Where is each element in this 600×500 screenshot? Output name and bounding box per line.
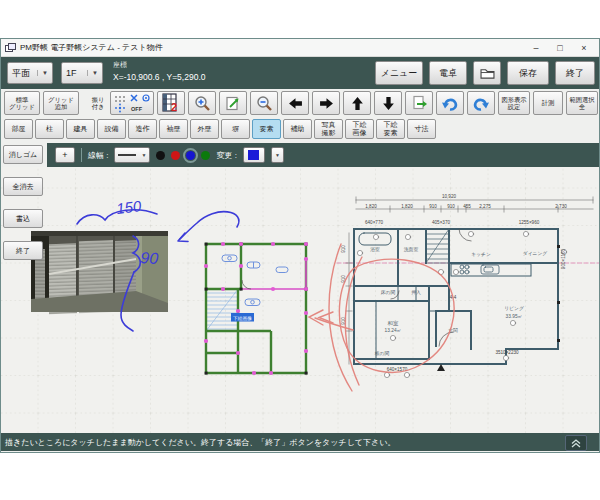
add-grid-button[interactable]: グリッド 追加: [43, 91, 79, 115]
plan-dim: 1,820: [401, 204, 413, 209]
drawing-canvas[interactable]: 10,920 1,820 1,820 910 910 455 2,275 2,7…: [1, 167, 599, 433]
room-label: 床の間: [381, 289, 396, 295]
eraser-button[interactable]: 消しゴム: [3, 145, 43, 164]
tab-element[interactable]: 要素: [252, 119, 281, 139]
pan-button[interactable]: [219, 91, 247, 115]
calculator-button[interactable]: 電卓: [429, 61, 467, 85]
plan-dim: 2,275: [479, 204, 491, 209]
tab-fittings[interactable]: 建具: [66, 119, 95, 139]
measure-button[interactable]: 計測: [533, 91, 563, 115]
plan-dim: 910: [429, 204, 437, 209]
zoom-out-button[interactable]: [250, 91, 278, 115]
photo-annotation[interactable]: [31, 231, 168, 314]
move-right-button[interactable]: [312, 91, 340, 115]
pen-sidebar: 消しゴム 全消去 書込 終了: [3, 145, 43, 260]
underlay-tag-label: 下絵画像: [233, 316, 252, 321]
tab-exterior-wall[interactable]: 外壁: [190, 119, 219, 139]
undo-button[interactable]: [436, 91, 464, 115]
snap-toggle-button[interactable]: OFF: [110, 91, 154, 115]
coordinate-value: X=-10,900.6 , Y=5,290.0: [113, 72, 205, 82]
write-button[interactable]: 書込: [3, 209, 43, 228]
chevron-down-icon: ▼: [142, 152, 147, 158]
tab-pillar[interactable]: 柱: [35, 119, 64, 139]
plan-dim: 900×1160: [561, 248, 566, 269]
separator: [81, 148, 82, 162]
color-dot-green[interactable]: [201, 151, 210, 160]
move-down-button[interactable]: [374, 91, 402, 115]
color-dot-red[interactable]: [171, 151, 180, 160]
quit-button[interactable]: 終了: [555, 61, 595, 85]
right-arrow-icon: [319, 96, 334, 111]
plan-dim: 1,820: [365, 204, 377, 209]
status-bar: 描きたいところにタッチしたまま動かしてください。終了する場合、「終了」ボタンをタ…: [1, 433, 599, 451]
tab-dimension[interactable]: 寸法: [407, 119, 436, 139]
magnifier-plus-icon: [194, 95, 211, 112]
window-dim: 405×370: [432, 220, 450, 225]
menu-button[interactable]: メニュー: [375, 61, 423, 85]
category-tabs: 部屋 柱 建具 設備 造作 袖壁 外壁 塀 要素 補助 写真 撮影 下絵 画像 …: [1, 117, 599, 143]
zoom-in-button[interactable]: [188, 91, 216, 115]
app-icon: [5, 43, 16, 53]
tab-room[interactable]: 部屋: [4, 119, 33, 139]
plan-dim: 455: [463, 204, 471, 209]
swatch-dropdown-button[interactable]: ▼: [271, 147, 284, 163]
color-dot-black[interactable]: [156, 151, 165, 160]
up-arrow-icon: [350, 96, 365, 111]
move-up-button[interactable]: [343, 91, 371, 115]
tab-equipment[interactable]: 設備: [97, 119, 126, 139]
tab-auxiliary[interactable]: 補助: [283, 119, 312, 139]
shape-display-button[interactable]: 図形表示 設定: [498, 91, 530, 115]
cross-snap-icon: [131, 95, 137, 101]
color-dot-blue[interactable]: [186, 151, 195, 160]
point-snap-icon: [115, 104, 125, 113]
magnifier-minus-icon: [256, 95, 273, 112]
clear-all-button[interactable]: 全消去: [3, 177, 43, 196]
folder-icon: [480, 67, 495, 79]
tab-fence[interactable]: 塀: [221, 119, 250, 139]
undo-icon: [441, 95, 459, 112]
move-left-button[interactable]: [281, 91, 309, 115]
paste-button[interactable]: [405, 91, 433, 115]
grid-scale-button[interactable]: 2: [157, 91, 185, 115]
room-label: 板の間: [375, 351, 390, 356]
finish-button[interactable]: 終了: [3, 241, 43, 260]
room-label: ダイニング: [523, 251, 548, 256]
add-button[interactable]: +: [55, 147, 75, 163]
close-button[interactable]: ×: [573, 41, 595, 55]
redo-button[interactable]: [467, 91, 495, 115]
collapse-button[interactable]: [565, 435, 587, 451]
tab-underlay-element[interactable]: 下絵 要素: [376, 119, 405, 139]
grid-dots-icon: [115, 96, 125, 102]
tab-fixture[interactable]: 造作: [128, 119, 157, 139]
plan-dim: 2,730: [555, 204, 567, 209]
folder-button[interactable]: [473, 61, 501, 85]
room-label: 洗面室: [404, 246, 419, 253]
color-swatch: [248, 150, 259, 160]
color-swatch-select[interactable]: [243, 147, 265, 163]
line-sample-icon: [118, 153, 136, 157]
tab-underlay-image[interactable]: 下絵 画像: [345, 119, 374, 139]
change-label: 変更 :: [216, 150, 236, 161]
tab-wing-wall[interactable]: 袖壁: [159, 119, 188, 139]
maximize-button[interactable]: □: [549, 41, 571, 55]
linewidth-label: 線幅 :: [88, 150, 108, 161]
draw-options-bar: + 線幅 : ▼ 変更 : ▼: [1, 143, 599, 167]
room-label: キッチン: [471, 252, 491, 257]
standard-grid-button[interactable]: 標準 グリッド: [4, 91, 40, 115]
floor-select[interactable]: 1F▼: [61, 62, 103, 84]
plan-dim: 910: [447, 204, 455, 209]
linewidth-select[interactable]: ▼: [114, 147, 150, 163]
document-arrow-icon: [411, 95, 428, 112]
screen: PM野帳 電子野帳システム - テスト物件 – □ × 平面▼ 1F▼ 座標 X…: [0, 0, 600, 500]
view-select[interactable]: 平面▼: [7, 62, 53, 84]
app-window: PM野帳 電子野帳システム - テスト物件 – □ × 平面▼ 1F▼ 座標 X…: [0, 38, 600, 453]
canvas-graphics: 10,920 1,820 1,820 910 910 455 2,275 2,7…: [1, 167, 599, 433]
grid-scale-badge: 2: [171, 101, 177, 113]
left-arrow-icon: [288, 96, 303, 111]
save-button[interactable]: 保存: [507, 61, 549, 85]
main-toolbar: 標準 グリッド グリッド 追加 振り 付き OFF 2: [1, 89, 599, 117]
minimize-button[interactable]: –: [525, 41, 547, 55]
room-label: 浴室: [370, 246, 380, 253]
select-all-button[interactable]: 範囲選択 全: [566, 91, 598, 115]
tab-photo[interactable]: 写真 撮影: [314, 119, 343, 139]
